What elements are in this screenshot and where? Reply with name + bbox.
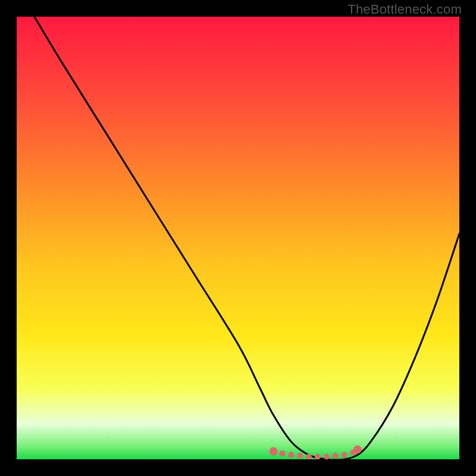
- chart-container: TheBottleneck.com: [0, 0, 476, 476]
- highlight-dot: [315, 454, 321, 460]
- highlight-dot: [353, 446, 362, 454]
- highlight-dot: [324, 454, 330, 460]
- curve-layer: [17, 17, 459, 459]
- highlight-dot: [342, 452, 347, 458]
- highlight-dot: [333, 453, 339, 459]
- highlight-dot: [288, 452, 294, 458]
- highlight-dots-group: [270, 446, 362, 459]
- bottleneck-curve-path: [35, 17, 459, 459]
- watermark-text: TheBottleneck.com: [347, 2, 462, 17]
- highlight-dot: [297, 453, 303, 459]
- plot-area: [17, 17, 459, 459]
- highlight-dot: [270, 447, 278, 456]
- highlight-dot: [279, 450, 285, 456]
